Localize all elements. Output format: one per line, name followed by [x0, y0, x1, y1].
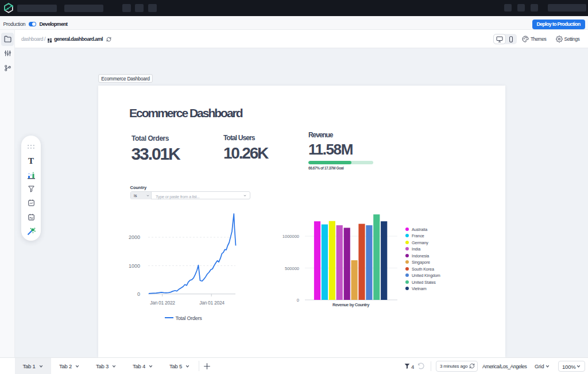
svg-text:1000000: 1000000 [283, 234, 299, 239]
svg-text:2000: 2000 [129, 234, 140, 240]
svg-text:Revenue by Country: Revenue by Country [332, 302, 370, 307]
svg-text:Jan 01 2022: Jan 01 2022 [150, 300, 175, 306]
svg-text:0: 0 [297, 298, 299, 303]
svg-text:Jan 01 2024: Jan 01 2024 [199, 300, 225, 306]
svg-text:1000: 1000 [129, 263, 140, 269]
svg-text:500000: 500000 [285, 266, 299, 271]
svg-text:0: 0 [137, 291, 140, 297]
svg-text:Total Orders: Total Orders [176, 315, 203, 321]
